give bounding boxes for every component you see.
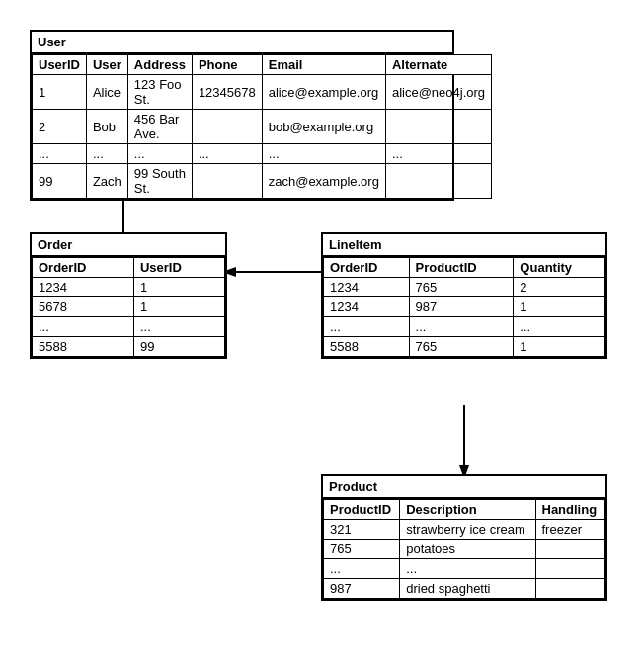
table-cell: 123 Foo St. bbox=[127, 75, 192, 110]
table-cell: ... bbox=[514, 317, 605, 337]
table-cell: 99 South St. bbox=[127, 164, 192, 199]
table-cell bbox=[385, 164, 491, 199]
table-row: 12347652 bbox=[324, 278, 605, 297]
user-col-userid: UserID bbox=[33, 55, 87, 75]
table-row: ......... bbox=[324, 317, 605, 337]
table-cell: 987 bbox=[409, 297, 514, 317]
table-row: ...... bbox=[33, 317, 225, 337]
table-cell: 12345678 bbox=[192, 75, 262, 110]
table-cell: 5588 bbox=[33, 337, 134, 357]
table-cell: 1 bbox=[133, 278, 224, 297]
table-row: 558899 bbox=[33, 337, 225, 357]
lineitem-table: LineItem OrderID ProductID Quantity 1234… bbox=[321, 232, 607, 359]
table-cell: Bob bbox=[86, 110, 127, 144]
table-cell: ... bbox=[133, 317, 224, 337]
lineitem-table-title: LineItem bbox=[323, 234, 605, 257]
user-col-user: User bbox=[86, 55, 127, 75]
table-cell: alice@neo4j.org bbox=[385, 75, 491, 110]
table-cell: dried spaghetti bbox=[400, 579, 535, 599]
table-row: 987dried spaghetti bbox=[324, 579, 605, 599]
table-cell: 987 bbox=[324, 579, 400, 599]
product-col-handling: Handling bbox=[535, 500, 605, 520]
table-row: 55887651 bbox=[324, 337, 605, 357]
table-cell bbox=[192, 164, 262, 199]
user-col-alternate: Alternate bbox=[385, 55, 491, 75]
user-table-title: User bbox=[32, 32, 452, 54]
table-row: 1Alice123 Foo St.12345678alice@example.o… bbox=[33, 75, 492, 110]
table-cell bbox=[535, 579, 605, 599]
table-cell: 321 bbox=[324, 520, 400, 540]
table-cell: freezer bbox=[535, 520, 605, 540]
table-cell bbox=[535, 559, 605, 579]
table-cell: alice@example.org bbox=[262, 75, 385, 110]
table-cell: strawberry ice cream bbox=[400, 520, 535, 540]
table-cell: potatoes bbox=[400, 540, 535, 559]
order-col-orderid: OrderID bbox=[33, 258, 134, 278]
table-row: 12341 bbox=[33, 278, 225, 297]
table-cell: zach@example.org bbox=[262, 164, 385, 199]
table-cell: ... bbox=[324, 559, 400, 579]
table-cell: 1 bbox=[33, 75, 87, 110]
table-cell: ... bbox=[192, 144, 262, 164]
table-row: 765potatoes bbox=[324, 540, 605, 559]
table-row: 56781 bbox=[33, 297, 225, 317]
table-cell bbox=[192, 110, 262, 144]
user-col-phone: Phone bbox=[192, 55, 262, 75]
product-table-title: Product bbox=[323, 476, 605, 499]
table-row: 99Zach99 South St.zach@example.org bbox=[33, 164, 492, 199]
product-col-productid: ProductID bbox=[324, 500, 400, 520]
table-cell: 1 bbox=[514, 297, 605, 317]
table-cell: ... bbox=[33, 144, 87, 164]
user-col-email: Email bbox=[262, 55, 385, 75]
table-cell: 456 Bar Ave. bbox=[127, 110, 192, 144]
table-cell: 99 bbox=[33, 164, 87, 199]
table-cell: 5588 bbox=[324, 337, 410, 357]
user-col-address: Address bbox=[127, 55, 192, 75]
table-cell: 1 bbox=[133, 297, 224, 317]
table-cell: 99 bbox=[133, 337, 224, 357]
table-row: 2Bob456 Bar Ave.bob@example.org bbox=[33, 110, 492, 144]
product-table: Product ProductID Description Handling 3… bbox=[321, 474, 607, 601]
order-col-userid: UserID bbox=[133, 258, 224, 278]
table-cell: 1234 bbox=[324, 278, 410, 297]
table-cell bbox=[385, 110, 491, 144]
table-cell: Zach bbox=[86, 164, 127, 199]
table-cell: ... bbox=[33, 317, 134, 337]
table-cell: ... bbox=[324, 317, 410, 337]
user-table: User UserID User Address Phone Email Alt… bbox=[30, 30, 454, 201]
table-cell: 765 bbox=[409, 337, 514, 357]
table-cell: ... bbox=[262, 144, 385, 164]
table-cell: ... bbox=[409, 317, 514, 337]
product-col-description: Description bbox=[400, 500, 535, 520]
table-row: 321strawberry ice creamfreezer bbox=[324, 520, 605, 540]
table-cell: 1234 bbox=[33, 278, 134, 297]
order-table-title: Order bbox=[32, 234, 225, 257]
table-cell: 2 bbox=[514, 278, 605, 297]
table-row: .................. bbox=[33, 144, 492, 164]
order-table: Order OrderID UserID 1234156781......558… bbox=[30, 232, 227, 359]
table-cell: ... bbox=[400, 559, 535, 579]
table-cell: Alice bbox=[86, 75, 127, 110]
table-cell: 2 bbox=[33, 110, 87, 144]
table-cell: bob@example.org bbox=[262, 110, 385, 144]
table-cell: 1 bbox=[514, 337, 605, 357]
table-cell: 765 bbox=[324, 540, 400, 559]
table-row: 12349871 bbox=[324, 297, 605, 317]
table-cell: 765 bbox=[409, 278, 514, 297]
lineitem-col-quantity: Quantity bbox=[514, 258, 605, 278]
table-cell: 1234 bbox=[324, 297, 410, 317]
lineitem-col-productid: ProductID bbox=[409, 258, 514, 278]
table-cell: 5678 bbox=[33, 297, 134, 317]
diagram: User UserID User Address Phone Email Alt… bbox=[20, 20, 624, 649]
table-cell bbox=[535, 540, 605, 559]
table-cell: ... bbox=[127, 144, 192, 164]
table-cell: ... bbox=[385, 144, 491, 164]
table-row: ...... bbox=[324, 559, 605, 579]
lineitem-col-orderid: OrderID bbox=[324, 258, 410, 278]
table-cell: ... bbox=[86, 144, 127, 164]
